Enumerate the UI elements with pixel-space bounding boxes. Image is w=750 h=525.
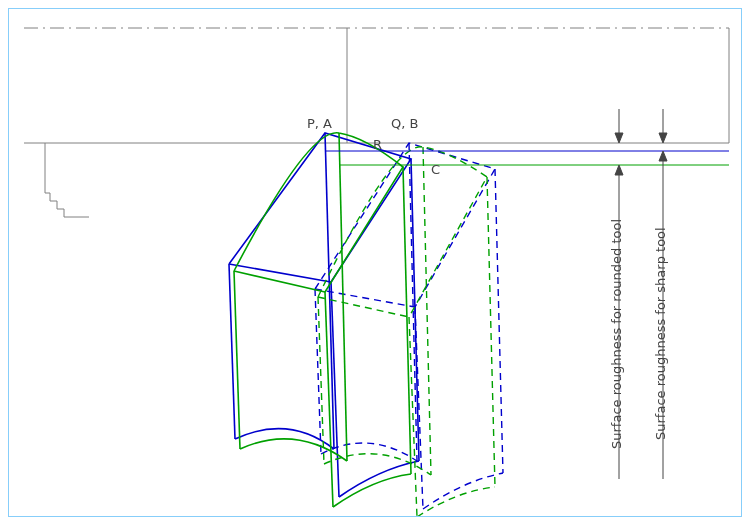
svg-marker-11 bbox=[659, 133, 667, 143]
label-C: C bbox=[431, 162, 440, 177]
label-rounded-tool: Surface roughness for rounded tool bbox=[609, 194, 624, 474]
diagram-canvas bbox=[9, 9, 741, 516]
figure-frame: P, A Q, B R C Surface roughness for roun… bbox=[8, 8, 742, 517]
label-sharp-tool: Surface roughness for sharp tool bbox=[653, 194, 668, 474]
svg-marker-13 bbox=[659, 151, 667, 161]
svg-marker-7 bbox=[615, 133, 623, 143]
svg-marker-9 bbox=[615, 165, 623, 175]
rounded-tool-current bbox=[234, 133, 411, 507]
label-PA: P, A bbox=[307, 116, 332, 131]
roughness-extension-lines bbox=[325, 151, 729, 165]
label-QB: Q, B bbox=[391, 116, 418, 131]
label-R: R bbox=[373, 137, 382, 152]
